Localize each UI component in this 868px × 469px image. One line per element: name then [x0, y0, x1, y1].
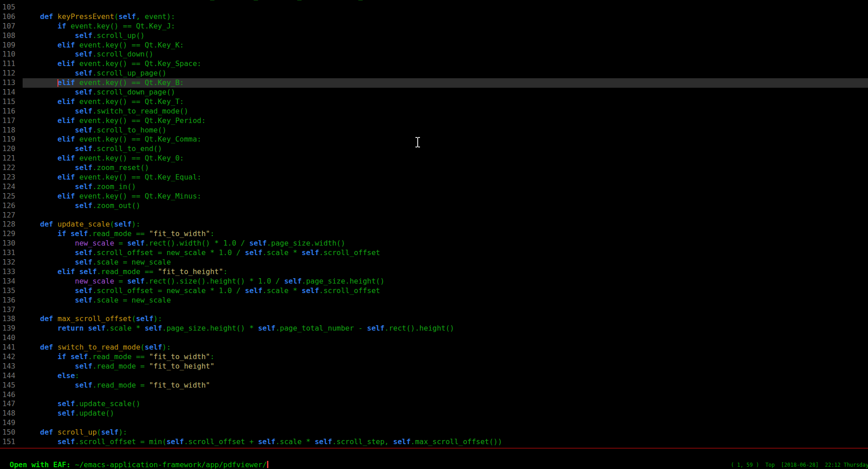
minibuffer-prompt: Open with EAF: [10, 460, 75, 469]
line-number: 117 [0, 116, 23, 126]
line-number: 142 [0, 352, 23, 362]
text-cursor [57, 79, 58, 87]
code-text [23, 333, 868, 343]
code-line[interactable]: 125 elif event.key() == Qt.Key_Minus: [0, 192, 868, 201]
code-text: self.scroll_to_end() [23, 144, 868, 154]
code-text: if event.key() == Qt.Key_J: [23, 22, 868, 31]
code-text: if self.read_mode == "fit_to_width": [23, 352, 868, 362]
line-number: 126 [0, 201, 23, 211]
minibuffer-input[interactable]: ~/emacs-application-framework/app/pdfvie… [75, 460, 267, 469]
code-line[interactable]: 145 self.read_mode = "fit_to_width" [0, 381, 868, 390]
code-line[interactable]: 148 self.update() [0, 409, 868, 418]
code-line[interactable]: 137 [0, 305, 868, 315]
code-line[interactable]: 117 elif event.key() == Qt.Key_Period: [0, 116, 868, 126]
code-text: elif event.key() == Qt.Key_Comma: [23, 135, 868, 144]
code-line[interactable]: 141 def switch_to_read_mode(self): [0, 343, 868, 352]
code-text: painter.drawPixmap(QRect(render_x, rende… [23, 0, 868, 1]
code-line[interactable]: 136 self.scale = new_scale [0, 296, 868, 305]
line-number: 115 [0, 97, 23, 107]
code-line[interactable]: 129 if self.read_mode == "fit_to_width": [0, 229, 868, 239]
code-text: self.switch_to_read_mode() [23, 107, 868, 116]
emacs-frame: { "editor": { "background": "#000000", "… [0, 0, 868, 469]
code-line[interactable]: 146 [0, 390, 868, 400]
code-line[interactable]: 139 return self.scale * self.page_size.h… [0, 324, 868, 333]
line-number: 129 [0, 229, 23, 239]
code-line[interactable]: 127 [0, 211, 868, 220]
code-text: def scroll_up(self): [23, 428, 868, 437]
line-number: 107 [0, 22, 23, 31]
code-line[interactable]: 119 elif event.key() == Qt.Key_Comma: [0, 135, 868, 144]
code-text: self.read_mode = "fit_to_height" [23, 362, 868, 371]
code-line[interactable]: 107 if event.key() == Qt.Key_J: [0, 22, 868, 31]
code-line[interactable]: 110 self.scroll_down() [0, 50, 868, 59]
code-line[interactable]: 122 self.zoom_reset() [0, 163, 868, 173]
code-text: def max_scroll_offset(self): [23, 314, 868, 324]
code-line[interactable]: 133 elif self.read_mode == "fit_to_heigh… [0, 267, 868, 277]
code-line[interactable]: 128 def update_scale(self): [0, 220, 868, 229]
code-line[interactable]: 126 self.zoom_out() [0, 201, 868, 211]
line-number: 114 [0, 88, 23, 97]
code-text: self.scroll_up_page() [23, 69, 868, 78]
code-line[interactable]: 132 self.scale = new_scale [0, 258, 868, 267]
code-line[interactable]: 115 elif event.key() == Qt.Key_T: [0, 97, 868, 107]
code-buffer[interactable]: painter.drawPixmap(QRect(render_x, rende… [0, 3, 868, 447]
code-text: self.zoom_in() [23, 182, 868, 192]
code-text: self.zoom_reset() [23, 163, 868, 173]
line-number: 149 [0, 418, 23, 428]
minibuffer[interactable]: Open with EAF: ~/emacs-application-frame… [1, 450, 268, 460]
code-line[interactable]: 150 def scroll_up(self): [0, 428, 868, 437]
code-line[interactable]: 116 self.switch_to_read_mode() [0, 107, 868, 116]
line-number: 150 [0, 428, 23, 437]
line-number: 138 [0, 314, 23, 324]
code-line[interactable]: 118 self.scroll_to_home() [0, 126, 868, 135]
code-text: self.scale = new_scale [23, 258, 868, 267]
code-text: self.zoom_out() [23, 201, 868, 211]
code-line[interactable]: 114 self.scroll_down_page() [0, 88, 868, 97]
code-line[interactable]: 138 def max_scroll_offset(self): [0, 314, 868, 324]
code-line[interactable]: painter.drawPixmap(QRect(render_x, rende… [0, 0, 868, 1]
code-line[interactable]: 120 self.scroll_to_end() [0, 144, 868, 154]
line-number: 132 [0, 258, 23, 267]
code-line[interactable]: 111 elif event.key() == Qt.Key_Space: [0, 59, 868, 69]
code-line[interactable]: 135 self.scroll_offset = new_scale * 1.0… [0, 286, 868, 296]
code-line[interactable]: 149 [0, 418, 868, 428]
code-text: elif self.read_mode == "fit_to_height": [23, 267, 868, 277]
line-number: 140 [0, 333, 23, 343]
code-line[interactable]: 123 elif event.key() == Qt.Key_Equal: [0, 173, 868, 182]
code-text: else: [23, 371, 868, 381]
code-line[interactable]: 143 self.read_mode = "fit_to_height" [0, 362, 868, 371]
code-line[interactable]: 147 self.update_scale() [0, 399, 868, 409]
code-line[interactable]: 124 self.zoom_in() [0, 182, 868, 192]
code-line[interactable]: 131 self.scroll_offset = new_scale * 1.0… [0, 248, 868, 258]
line-number: 118 [0, 126, 23, 135]
code-line[interactable]: 140 [0, 333, 868, 343]
line-number: 133 [0, 267, 23, 277]
code-line[interactable]: 106 def keyPressEvent(self, event): [0, 12, 868, 22]
code-line[interactable]: 112 self.scroll_up_page() [0, 69, 868, 78]
code-line[interactable]: 130 new_scale = self.rect().width() * 1.… [0, 239, 868, 248]
code-text: self.scroll_offset = new_scale * 1.0 / s… [23, 286, 868, 296]
line-number: 112 [0, 69, 23, 78]
code-line[interactable]: 144 else: [0, 371, 868, 381]
code-line[interactable]: 151 self.scroll_offset = min(self.scroll… [0, 437, 868, 447]
line-number: 147 [0, 399, 23, 409]
code-text: def keyPressEvent(self, event): [23, 12, 868, 22]
line-number: 148 [0, 409, 23, 418]
line-number [0, 0, 23, 1]
line-number: 141 [0, 343, 23, 352]
code-line[interactable]: 108 self.scroll_up() [0, 31, 868, 41]
code-line[interactable]: 142 if self.read_mode == "fit_to_width": [0, 352, 868, 362]
code-text: self.scroll_to_home() [23, 126, 868, 135]
line-number: 120 [0, 144, 23, 154]
code-line[interactable]: 134 new_scale = self.rect().size().heigh… [0, 277, 868, 286]
line-number: 109 [0, 41, 23, 50]
code-text: self.scroll_down() [23, 50, 868, 59]
code-line[interactable]: 113 elif event.key() == Qt.Key_B: [0, 78, 868, 88]
line-number: 111 [0, 59, 23, 69]
code-line[interactable]: 121 elif event.key() == Qt.Key_0: [0, 154, 868, 163]
code-line[interactable]: 105 [0, 3, 868, 12]
code-line[interactable]: 109 elif event.key() == Qt.Key_K: [0, 41, 868, 50]
code-text: self.scroll_offset = min(self.scroll_off… [23, 437, 868, 447]
code-text: self.scroll_offset = new_scale * 1.0 / s… [23, 248, 868, 258]
line-number: 105 [0, 3, 23, 12]
